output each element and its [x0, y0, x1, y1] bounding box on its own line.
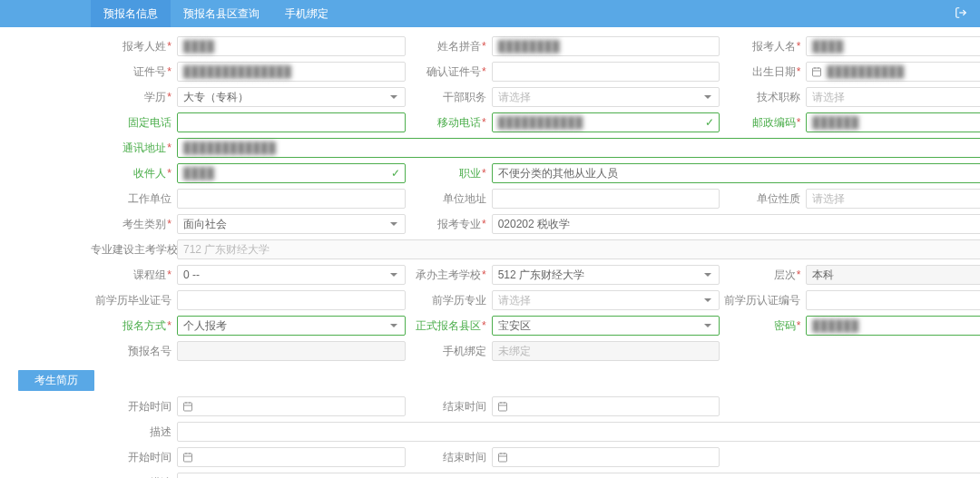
- label-prev-diploma: 前学历毕业证号: [91, 293, 177, 308]
- form-content: 报考人姓 ████ 姓名拼音 ████████ 报考人名 ████ 证件号 ██…: [0, 27, 980, 478]
- svg-rect-17: [498, 454, 506, 462]
- input-phone-binding: 未绑定: [492, 341, 720, 361]
- svg-rect-1: [813, 68, 821, 76]
- select-county[interactable]: 宝安区: [492, 316, 720, 336]
- label-start-time: 开始时间: [91, 450, 177, 465]
- input-prereg-no: [177, 341, 406, 361]
- input-password[interactable]: ██████: [806, 316, 980, 336]
- label-county: 正式报名县区: [406, 318, 492, 334]
- resume-section-header: 考生简历: [18, 370, 94, 391]
- select-position[interactable]: 请选择: [492, 87, 720, 107]
- input-unit-address[interactable]: [492, 189, 720, 209]
- select-education[interactable]: 大专（专科）: [177, 87, 406, 107]
- input-givenname[interactable]: ████: [806, 36, 980, 56]
- input-postcode[interactable]: ██████: [806, 112, 980, 132]
- select-host-school[interactable]: 512 广东财经大学: [492, 265, 720, 285]
- label-postcode: 邮政编码: [720, 115, 806, 131]
- label-build-school: 专业建设主考学校: [91, 242, 177, 258]
- nav-tab-preregister-info[interactable]: 预报名信息: [91, 0, 171, 27]
- label-workunit: 工作单位: [91, 191, 177, 207]
- input-desc-1[interactable]: [177, 422, 980, 442]
- select-occupation[interactable]: 不便分类的其他从业人员: [492, 163, 980, 183]
- calendar-icon: [497, 401, 508, 412]
- label-prev-cert: 前学历认证编号: [720, 293, 806, 308]
- input-start-time-1[interactable]: [177, 396, 406, 416]
- input-recipient[interactable]: ████: [177, 163, 406, 183]
- calendar-icon: [811, 66, 822, 77]
- select-unit-nature[interactable]: 请选择: [806, 189, 980, 209]
- svg-rect-9: [498, 403, 506, 411]
- label-desc: 描述: [91, 475, 177, 479]
- select-examinee-type[interactable]: 面向社会: [177, 214, 406, 234]
- label-course-group: 课程组: [91, 268, 177, 283]
- input-workunit[interactable]: [177, 189, 406, 209]
- label-landline: 固定电话: [91, 115, 177, 131]
- label-level: 层次: [720, 268, 806, 283]
- nav-tab-phone-bind[interactable]: 手机绑定: [272, 0, 341, 27]
- calendar-icon: [182, 401, 193, 412]
- label-host-school: 承办主考学校: [406, 268, 492, 283]
- input-end-time-1[interactable]: [492, 396, 720, 416]
- label-pinyin: 姓名拼音: [406, 39, 492, 54]
- label-start-time: 开始时间: [91, 399, 177, 415]
- calendar-icon: [497, 452, 508, 463]
- label-phone-binding: 手机绑定: [406, 344, 492, 359]
- label-desc: 描述: [91, 424, 177, 440]
- input-prev-cert[interactable]: [806, 290, 980, 310]
- label-prereg-no: 预报名号: [91, 344, 177, 359]
- label-mobile: 移动电话: [406, 115, 492, 131]
- label-unit-nature: 单位性质: [720, 191, 806, 207]
- select-course-group[interactable]: 0 --: [177, 265, 406, 285]
- input-idnumber[interactable]: ██████████████: [177, 62, 406, 82]
- svg-rect-5: [184, 403, 192, 411]
- label-title: 技术职称: [720, 90, 806, 105]
- input-birthdate[interactable]: ██████████: [806, 62, 980, 82]
- top-nav: 预报名信息 预报名县区查询 手机绑定: [0, 0, 980, 27]
- input-address[interactable]: ████████████: [177, 138, 980, 158]
- label-prev-major: 前学历专业: [406, 293, 492, 308]
- label-unit-address: 单位地址: [406, 191, 492, 207]
- label-end-time: 结束时间: [406, 450, 492, 465]
- select-level: 本科: [806, 265, 980, 285]
- label-major: 报考专业: [406, 217, 492, 232]
- label-birthdate: 出生日期: [720, 64, 806, 80]
- label-confirm-id: 确认证件号: [406, 64, 492, 80]
- label-address: 通讯地址: [91, 141, 177, 156]
- label-occupation: 职业: [406, 166, 492, 181]
- input-build-school: 712 广东财经大学: [177, 239, 980, 259]
- label-examinee-type: 考生类别: [91, 217, 177, 232]
- select-reg-method[interactable]: 个人报考: [177, 316, 406, 336]
- nav-tab-county-query[interactable]: 预报名县区查询: [171, 0, 272, 27]
- input-confirm-id[interactable]: [492, 62, 720, 82]
- label-position: 干部职务: [406, 90, 492, 105]
- input-mobile[interactable]: ███████████: [492, 112, 720, 132]
- label-end-time: 结束时间: [406, 399, 492, 415]
- label-password: 密码: [720, 318, 806, 334]
- logout-icon[interactable]: [955, 6, 980, 22]
- label-givenname: 报考人名: [720, 39, 806, 54]
- label-reg-method: 报名方式: [91, 318, 177, 334]
- select-prev-major[interactable]: 请选择: [492, 290, 720, 310]
- svg-rect-13: [184, 454, 192, 462]
- label-recipient: 收件人: [91, 166, 177, 181]
- input-landline[interactable]: [177, 112, 406, 132]
- label-idnumber: 证件号: [91, 64, 177, 80]
- input-end-time-2[interactable]: [492, 447, 720, 467]
- input-desc-2[interactable]: [177, 473, 980, 478]
- calendar-icon: [182, 452, 193, 463]
- label-education: 学历: [91, 90, 177, 105]
- input-start-time-2[interactable]: [177, 447, 406, 467]
- label-surname: 报考人姓: [91, 39, 177, 54]
- select-major[interactable]: 020202 税收学: [492, 214, 980, 234]
- select-title[interactable]: 请选择: [806, 87, 980, 107]
- input-prev-diploma[interactable]: [177, 290, 406, 310]
- input-pinyin[interactable]: ████████: [492, 36, 720, 56]
- input-surname[interactable]: ████: [177, 36, 406, 56]
